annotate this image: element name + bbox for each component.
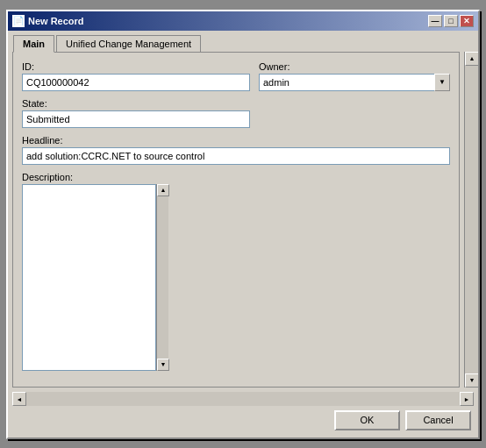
- minimize-button[interactable]: —: [428, 15, 442, 27]
- close-button[interactable]: ✕: [460, 15, 474, 27]
- textarea-scroll-down-button[interactable]: ▼: [157, 359, 169, 371]
- id-owner-row: ID: Owner: admin ▼: [22, 61, 450, 91]
- state-group: State:: [22, 98, 250, 128]
- headline-row: Headline:: [22, 135, 450, 165]
- textarea-scroll-up-button[interactable]: ▲: [157, 184, 169, 196]
- button-row: OK Cancel: [8, 406, 478, 437]
- description-row: Description: ▲ ▼: [22, 172, 450, 371]
- description-textarea-wrapper: ▲ ▼: [22, 184, 168, 371]
- ok-button[interactable]: OK: [334, 410, 400, 430]
- hscroll-left-button[interactable]: ◄: [12, 392, 26, 406]
- hscroll-right-button[interactable]: ►: [460, 392, 474, 406]
- tabs-bar: Main Unified Change Management: [8, 31, 478, 52]
- window-title: New Record: [28, 16, 84, 26]
- scrollbar-track: [465, 66, 478, 373]
- owner-select[interactable]: admin: [259, 74, 450, 91]
- id-label: ID:: [22, 61, 250, 72]
- scrollbar-down-button[interactable]: ▼: [465, 373, 478, 388]
- window-content: Main Unified Change Management ID: Owner…: [8, 31, 478, 437]
- description-textarea[interactable]: [22, 184, 156, 371]
- horizontal-scrollbar: ◄ ►: [12, 392, 474, 406]
- owner-label: Owner:: [259, 61, 450, 72]
- tab-ucm[interactable]: Unified Change Management: [56, 35, 201, 53]
- headline-group: Headline:: [22, 135, 450, 165]
- description-label: Description:: [22, 172, 73, 182]
- title-bar-buttons: — □ ✕: [428, 15, 474, 27]
- textarea-scroll-track: [157, 196, 168, 359]
- description-scrollbar: ▲ ▼: [156, 184, 168, 371]
- owner-group: Owner: admin ▼: [259, 61, 450, 91]
- title-bar: 📄 New Record — □ ✕: [8, 11, 478, 31]
- title-bar-left: 📄 New Record: [12, 15, 84, 27]
- state-input[interactable]: [22, 110, 250, 128]
- window-icon: 📄: [12, 15, 25, 27]
- id-input[interactable]: [22, 74, 250, 91]
- id-group: ID:: [22, 61, 250, 91]
- owner-select-wrapper: admin ▼: [259, 74, 450, 91]
- hscroll-track: [26, 392, 460, 406]
- maximize-button[interactable]: □: [444, 15, 458, 27]
- form-section: ID: Owner: admin ▼: [22, 61, 450, 378]
- state-label: State:: [22, 98, 250, 109]
- scrollbar-up-button[interactable]: ▲: [465, 52, 478, 66]
- new-record-window: 📄 New Record — □ ✕ Main Unified Change M…: [6, 10, 480, 439]
- headline-input[interactable]: [22, 147, 450, 165]
- headline-label: Headline:: [22, 135, 450, 146]
- cancel-button[interactable]: Cancel: [405, 410, 471, 430]
- tab-main[interactable]: Main: [13, 35, 54, 53]
- state-row: State:: [22, 98, 450, 128]
- tab-content: ID: Owner: admin ▼: [12, 52, 460, 388]
- window-scrollbar-right: ▲ ▼: [464, 52, 478, 388]
